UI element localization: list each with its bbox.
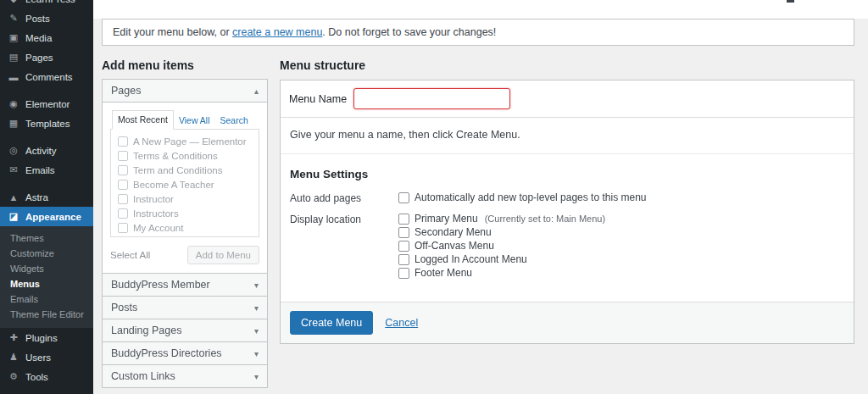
pages-checklist[interactable]: A New Page — Elementor Terms & Condition… bbox=[110, 129, 259, 237]
menu-name-row: Menu Name bbox=[281, 80, 854, 118]
tools-icon: ⚙ bbox=[8, 371, 19, 382]
page-checkbox[interactable] bbox=[118, 165, 128, 175]
publishing-actions: Create Menu Cancel bbox=[281, 302, 854, 343]
pin-icon: ✎ bbox=[8, 13, 19, 24]
sidebar-item-label: Posts bbox=[25, 14, 50, 24]
menu-name-label: Menu Name bbox=[289, 93, 347, 105]
location-option: Logged In Account Menu bbox=[398, 253, 844, 265]
select-all-link[interactable]: Select All bbox=[110, 250, 150, 260]
location-option: Off-Canvas Menu bbox=[398, 240, 844, 252]
page-checkbox[interactable] bbox=[118, 223, 128, 233]
sidebar-item-users[interactable]: ♟ Users bbox=[0, 347, 93, 367]
location-label[interactable]: Logged In Account Menu bbox=[415, 253, 527, 265]
secondary-menu-checkbox[interactable] bbox=[398, 227, 409, 238]
display-location-label: Display location bbox=[290, 213, 398, 280]
logged-in-account-menu-checkbox[interactable] bbox=[398, 254, 409, 265]
pages-panel-footer: Select All Add to Menu bbox=[110, 246, 259, 264]
page-item-label[interactable]: Become A Teacher bbox=[133, 180, 214, 190]
add-menu-items-column: Add menu items Pages ▴ Most Recent View … bbox=[102, 46, 268, 388]
sidebar-item-label: Activity bbox=[25, 146, 56, 156]
panel-header-buddypress-member[interactable]: BuddyPress Member ▾ bbox=[102, 273, 268, 297]
sidebar-item-label: Tools bbox=[25, 372, 48, 382]
auto-add-pages-checkbox[interactable] bbox=[398, 192, 409, 203]
comment-icon: ▬ bbox=[8, 72, 19, 82]
location-label[interactable]: Secondary Menu bbox=[415, 226, 492, 238]
sidebar-item-tools[interactable]: ⚙ Tools bbox=[0, 367, 93, 386]
sidebar-separator bbox=[0, 86, 93, 94]
submenu-item-theme-file-editor[interactable]: Theme File Editor bbox=[0, 307, 93, 322]
cancel-link[interactable]: Cancel bbox=[385, 317, 418, 329]
auto-add-pages-row: Auto add pages Automatically add new top… bbox=[290, 191, 844, 205]
notice-text: Edit your menu below, or bbox=[113, 26, 232, 38]
panel-header-custom-links[interactable]: Custom Links ▾ bbox=[102, 364, 268, 388]
location-label[interactable]: Primary Menu bbox=[415, 213, 478, 225]
create-menu-button[interactable]: Create Menu bbox=[290, 311, 373, 335]
page-checkbox[interactable] bbox=[118, 194, 128, 204]
page-checkbox[interactable] bbox=[118, 208, 128, 219]
chevron-down-icon: ▾ bbox=[254, 349, 259, 358]
sidebar-item-comments[interactable]: ▬ Comments bbox=[0, 67, 93, 86]
location-option: Primary Menu (Currently set to: Main Men… bbox=[398, 213, 844, 225]
sidebar-item-appearance[interactable]: ◪ Appearance bbox=[0, 207, 93, 226]
page-item-label[interactable]: Instructors bbox=[133, 208, 179, 219]
submenu-item-customize[interactable]: Customize bbox=[0, 246, 93, 261]
list-item: Terms & Conditions bbox=[118, 148, 259, 163]
sidebar-item-label: Plugins bbox=[25, 333, 58, 343]
sidebar-item-posts[interactable]: ✎ Posts bbox=[0, 8, 93, 28]
page-item-label[interactable]: Term and Conditions bbox=[133, 165, 222, 175]
page-checkbox[interactable] bbox=[118, 237, 128, 238]
panel-header-buddypress-directories[interactable]: BuddyPress Directories ▾ bbox=[102, 341, 268, 365]
off-canvas-menu-checkbox[interactable] bbox=[398, 241, 409, 252]
page-item-label[interactable]: A New Page — Elementor bbox=[133, 136, 247, 147]
menu-settings-section: Menu Settings Auto add pages Automatical… bbox=[281, 154, 854, 302]
sidebar-item-pages[interactable]: ▤ Pages bbox=[0, 47, 93, 67]
panel-header-landing-pages[interactable]: Landing Pages ▾ bbox=[102, 319, 268, 342]
auto-add-pages-checkbox-label[interactable]: Automatically add new top-level pages to… bbox=[415, 191, 647, 203]
tab-search[interactable]: Search bbox=[215, 112, 253, 130]
create-new-menu-link[interactable]: create a new menu bbox=[232, 26, 322, 38]
sidebar-item-activity[interactable]: ◎ Activity bbox=[0, 141, 93, 160]
primary-menu-checkbox[interactable] bbox=[398, 214, 409, 225]
location-label[interactable]: Off-Canvas Menu bbox=[415, 240, 494, 252]
sidebar-item-learnpress[interactable]: ◆ LearnPress bbox=[0, 0, 93, 8]
sidebar-item-elementor[interactable]: ◉ Elementor bbox=[0, 94, 93, 114]
sidebar-item-plugins[interactable]: ✚ Plugins bbox=[0, 328, 93, 347]
learnpress-icon: ◆ bbox=[8, 0, 19, 4]
submenu-item-widgets[interactable]: Widgets bbox=[0, 261, 93, 276]
sidebar-item-label: LearnPress bbox=[25, 0, 75, 4]
page-checkbox[interactable] bbox=[118, 136, 128, 147]
page-item-label[interactable]: Instructor bbox=[133, 194, 174, 204]
submenu-item-emails[interactable]: Emails bbox=[0, 291, 93, 307]
tab-view-all[interactable]: View All bbox=[174, 112, 215, 130]
panel-title: Pages bbox=[111, 85, 141, 97]
page-item-label[interactable]: Terms & Conditions bbox=[133, 151, 218, 161]
page-checkbox[interactable] bbox=[118, 151, 128, 161]
location-label[interactable]: Footer Menu bbox=[415, 267, 472, 279]
auto-add-pages-label: Auto add pages bbox=[290, 191, 398, 205]
sidebar-item-astra[interactable]: ▲ Astra bbox=[0, 187, 93, 207]
sidebar-item-emails[interactable]: ✉ Emails bbox=[0, 160, 93, 180]
page-item-label[interactable]: Checkout bbox=[133, 237, 175, 238]
tab-most-recent[interactable]: Most Recent bbox=[112, 110, 174, 130]
menu-name-input[interactable] bbox=[353, 88, 510, 109]
sidebar-item-templates[interactable]: ▦ Templates bbox=[0, 114, 93, 133]
sidebar-item-label: Comments bbox=[25, 72, 73, 82]
menu-structure-heading: Menu structure bbox=[280, 58, 854, 72]
sidebar-item-media[interactable]: ▣ Media bbox=[0, 28, 93, 47]
page-checkbox[interactable] bbox=[118, 180, 128, 190]
menu-edit-box: Menu Name Give your menu a name, then cl… bbox=[280, 80, 854, 344]
location-note: (Currently set to: Main Menu) bbox=[485, 214, 605, 224]
panel-header-posts[interactable]: Posts ▾ bbox=[102, 296, 268, 319]
pages-tabs: Most Recent View All Search bbox=[110, 110, 259, 130]
sidebar-item-label: Astra bbox=[25, 192, 48, 203]
appearance-icon: ◪ bbox=[8, 211, 19, 222]
footer-menu-checkbox[interactable] bbox=[398, 268, 409, 279]
page-item-label[interactable]: My Account bbox=[133, 223, 183, 233]
add-to-menu-button[interactable]: Add to Menu bbox=[187, 246, 259, 264]
submenu-item-themes[interactable]: Themes bbox=[0, 230, 93, 246]
panel-title: BuddyPress Directories bbox=[111, 347, 222, 359]
submenu-item-menus[interactable]: Menus bbox=[0, 276, 93, 291]
panel-title: BuddyPress Member bbox=[111, 279, 210, 291]
top-whitespace bbox=[93, 0, 868, 19]
panel-header-pages[interactable]: Pages ▴ bbox=[102, 79, 268, 103]
